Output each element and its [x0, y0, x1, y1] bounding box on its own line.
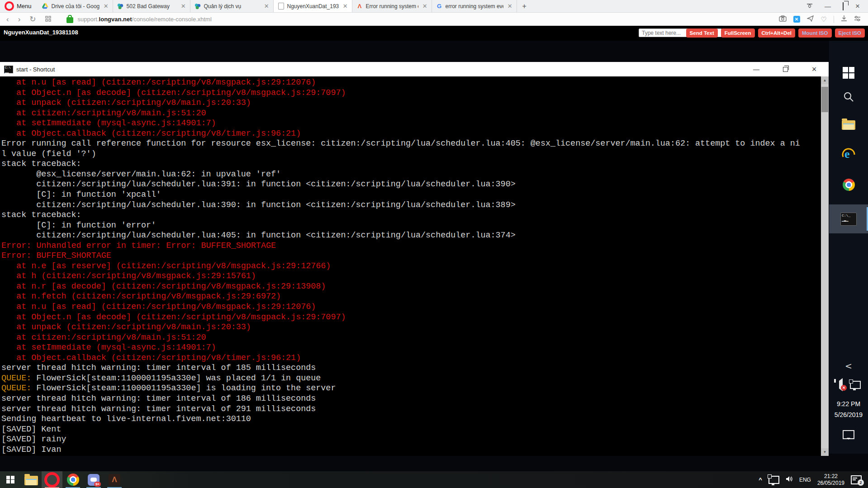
- chrome-taskbar-button[interactable]: [62, 471, 83, 488]
- cmd-restore-icon[interactable]: [771, 62, 800, 76]
- game-taskbar-button[interactable]: Λ: [104, 471, 125, 488]
- tab-502-bad-gateway[interactable]: 502 Bad Gateway ✕: [113, 0, 190, 12]
- game-icon: Λ: [109, 474, 120, 486]
- remote-desktop[interactable]: C:\▁▁ start - Shortcut — × at n.u [as re…: [0, 41, 868, 471]
- network-icon[interactable]: [850, 381, 861, 389]
- bookmark-heart-icon[interactable]: ♡: [821, 15, 827, 24]
- action-center-button[interactable]: 2: [851, 475, 862, 484]
- url-domain: longvan.net: [99, 16, 132, 23]
- svg-text:e: e: [844, 147, 850, 161]
- remote-chrome-button[interactable]: [829, 178, 868, 191]
- opera-logo-icon: [5, 1, 14, 11]
- remote-clock-date[interactable]: 5/26/2019: [829, 411, 868, 419]
- scrollbar-thumb[interactable]: [821, 87, 828, 112]
- terminal-line: at n.u [as read] (citizen:/scripting/v8/…: [1, 78, 821, 88]
- url-text[interactable]: support.longvan.net/console/remote-conso…: [78, 16, 212, 23]
- flame-icon: Λ: [356, 3, 363, 9]
- screen: Menu Drive của tôi - Google Driv ✕ 502 B…: [0, 0, 868, 488]
- terminal-line: [C]: in function 'xpcall': [1, 190, 821, 200]
- cmd-title-bar[interactable]: C:\▁▁ start - Shortcut — ×: [0, 62, 829, 76]
- cmd-minimize-icon[interactable]: —: [742, 62, 771, 76]
- remote-file-explorer-button[interactable]: [829, 117, 868, 131]
- remote-action-center-button[interactable]: [829, 429, 868, 441]
- internet-explorer-icon: e: [841, 146, 856, 161]
- my-flow-icon[interactable]: [807, 15, 814, 24]
- terminal-line: server thread hitch warning: timer inter…: [1, 394, 821, 404]
- tab-remote-console-active[interactable]: NguyenXuanDat_19381108 ✕: [274, 0, 352, 12]
- remote-start-button[interactable]: [829, 66, 868, 80]
- opera-taskbar-button-active[interactable]: [42, 471, 62, 488]
- tab-error-running-system-event[interactable]: Λ Error running system event ✕: [352, 0, 432, 12]
- new-tab-button[interactable]: +: [517, 0, 532, 12]
- scroll-up-icon[interactable]: ▲: [821, 76, 829, 84]
- fullscreen-button[interactable]: FullScreen: [721, 28, 755, 38]
- forward-icon[interactable]: ›: [18, 15, 21, 23]
- terminal-line: citizen:/scripting/lua/scheduler.lua:391…: [1, 180, 821, 190]
- discord-taskbar-button[interactable]: 9+: [83, 471, 104, 488]
- taskbar-clock[interactable]: 21:22 26/05/2019: [817, 473, 844, 487]
- easy-setup-tune-icon[interactable]: [854, 15, 861, 24]
- file-explorer-button[interactable]: [21, 471, 42, 488]
- cmd-terminal-output[interactable]: at n.u [as read] (citizen:/scripting/v8/…: [0, 76, 821, 456]
- tab-label: NguyenXuanDat_19381108: [287, 3, 339, 9]
- show-hidden-icons-button[interactable]: ^: [759, 476, 762, 483]
- terminal-line: at n.fetch (citizen:/scripting/v8/msgpac…: [1, 292, 821, 302]
- tab-close-icon[interactable]: ✕: [506, 3, 514, 9]
- start-button[interactable]: [0, 471, 21, 488]
- network-icon[interactable]: [768, 476, 779, 484]
- speed-dial-grid-icon[interactable]: [45, 15, 51, 24]
- windows-logo-icon: [843, 67, 854, 79]
- remote-cmd-taskbar-button-active[interactable]: C:\_▁▂▁: [829, 204, 868, 233]
- cmd-scrollbar[interactable]: ▲ ▼: [821, 76, 829, 456]
- remote-search-button[interactable]: [829, 90, 868, 104]
- tab-close-icon[interactable]: ✕: [180, 3, 187, 9]
- remote-clock-time[interactable]: 9:22 PM: [829, 400, 868, 408]
- tab-close-icon[interactable]: ✕: [342, 3, 349, 9]
- chevron-left-icon: <: [845, 361, 852, 371]
- terminal-line: l value (field '?'): [1, 149, 821, 160]
- tab-close-icon[interactable]: ✕: [102, 3, 110, 9]
- eject-iso-button[interactable]: Eject ISO: [835, 28, 865, 38]
- terminal-line: at h (citizen:/scripting/v8/msgpack.js:2…: [1, 271, 821, 282]
- scroll-down-icon[interactable]: ▼: [821, 448, 829, 456]
- search-icon: [843, 91, 854, 103]
- mount-iso-button[interactable]: Mount ISO: [798, 28, 832, 38]
- tab-menu-icon[interactable]: [806, 3, 813, 10]
- minimize-window-icon[interactable]: —: [825, 3, 831, 10]
- remote-internet-explorer-button[interactable]: e: [829, 146, 868, 162]
- tab-google-drive[interactable]: Drive của tôi - Google Driv ✕: [38, 0, 113, 12]
- tab-quan-ly-dich-vu[interactable]: Quản lý dịch vụ ✕: [190, 0, 274, 12]
- send-text-button[interactable]: Send Text: [686, 28, 718, 38]
- terminal-line: at setImmediate (mysql-async.js:14901:7): [1, 343, 821, 353]
- back-icon[interactable]: ‹: [6, 15, 9, 23]
- opera-menu-button[interactable]: Menu: [0, 0, 38, 12]
- tab-google-search[interactable]: G error running system event ✕: [432, 0, 517, 12]
- secure-lock-icon[interactable]: [66, 17, 73, 23]
- remote-taskbar: e C:\_▁▂▁ < ✕ 9:22 PM 5/26/2019: [829, 41, 868, 454]
- cmd-close-icon[interactable]: ×: [800, 62, 829, 76]
- terminal-line: Sending heartbeat to live-internal.fivem…: [1, 414, 821, 425]
- tab-close-icon[interactable]: ✕: [263, 3, 270, 9]
- cmd-icon: C:\▁▁: [4, 66, 13, 73]
- reload-icon[interactable]: ↻: [29, 15, 36, 23]
- cmd-icon: C:\_▁▂▁: [829, 213, 868, 225]
- volume-icon[interactable]: [786, 476, 793, 484]
- clock-time: 21:22: [824, 473, 838, 479]
- snapshot-camera-icon[interactable]: [779, 15, 787, 24]
- close-window-icon[interactable]: ×: [855, 2, 860, 11]
- downloads-icon[interactable]: [841, 15, 847, 24]
- extension-badge-icon[interactable]: ✕: [793, 16, 800, 23]
- volume-muted-icon[interactable]: ✕: [836, 381, 843, 389]
- discord-icon: 9+: [88, 474, 100, 486]
- terminal-line: [SAVED] Ivan: [1, 445, 821, 455]
- remote-show-hidden-icons-button[interactable]: <: [829, 360, 868, 372]
- tab-close-icon[interactable]: ✕: [421, 3, 429, 9]
- terminal-line: at Object.n [as decode] (citizen:/script…: [1, 88, 821, 99]
- ctrl-alt-del-button[interactable]: Ctrl+Alt+Del: [758, 28, 795, 38]
- language-indicator[interactable]: ENG: [799, 477, 811, 483]
- notification-count-badge: 2: [858, 479, 864, 486]
- restore-window-icon[interactable]: [843, 3, 844, 10]
- tab-label: Error running system event: [366, 3, 418, 9]
- terminal-line: at n.e [as reserve] (citizen:/scripting/…: [1, 261, 821, 272]
- opera-icon: [44, 472, 60, 488]
